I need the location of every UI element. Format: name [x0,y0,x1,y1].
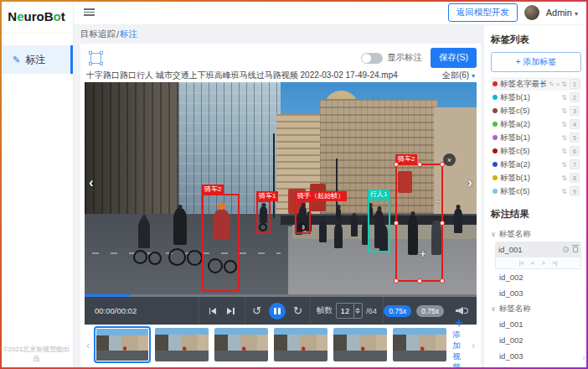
label-item[interactable]: 标签b(1) ⇅ 5 [491,131,581,144]
resize-handle[interactable] [394,221,399,226]
sort-icon[interactable]: ⇅ [561,94,567,101]
back-to-model-dev-button[interactable]: 返回模型开发 [448,3,518,22]
resize-handle[interactable] [417,162,422,167]
filmstrip-thumbnail[interactable] [274,328,328,361]
filter-dropdown[interactable]: 全部(6) ▾ [442,70,475,81]
filmstrip-thumbnail-selected[interactable] [95,328,149,361]
edit-icon[interactable]: ✎ [549,81,554,88]
label-list-title: 标签列表 [491,34,581,46]
time-display: 00:00/00:02 [85,297,199,325]
annotation-box[interactable]: 骑车2 [202,194,240,292]
app-window: NeuroBot ✎ 标注 ©2021北京矩视智能出品 返回模型开发 Admin… [0,0,588,369]
trash-icon[interactable] [573,247,578,252]
add-video-button[interactable]: + 添加视频 [452,326,465,363]
prev-video-arrow[interactable]: ‹ [89,176,94,190]
label-item[interactable]: 标签a(2) ⇅ 4 [491,117,581,131]
result-item[interactable]: id_002 [491,269,581,285]
sort-icon[interactable]: ⇅ [561,121,567,128]
label-item[interactable]: 标签名字最长数... ✎×⇅ 1 [491,77,581,91]
label-name: 标签b(1) [500,133,559,143]
frame-stepper[interactable] [353,304,362,318]
frame-number-input[interactable]: 12 [336,303,363,319]
show-annotations-toggle[interactable] [361,53,383,64]
logo-text: o [54,9,61,23]
result-item[interactable]: id_001 [491,316,581,332]
result-item[interactable]: id_002 [491,332,581,348]
step-down-icon[interactable] [355,311,360,316]
pause-button[interactable] [269,303,286,320]
result-item[interactable]: id_003 [491,285,581,301]
annotation-box[interactable]: 骑手（起始帧） [295,200,311,234]
pager-next[interactable]: > [542,259,545,267]
next-video-arrow[interactable]: › [467,176,472,190]
annotation-box-selected[interactable]: 骑车2 [395,164,443,282]
filmstrip-thumbnail[interactable] [393,328,446,361]
avatar[interactable] [524,5,539,20]
pager-last[interactable]: >| [552,259,557,267]
label-hotkey-badge: 6 [570,146,580,156]
user-menu[interactable]: Admin ▾ [546,8,578,18]
progress-bar[interactable] [85,294,477,297]
sort-icon[interactable]: ⇅ [561,134,567,142]
pager-first[interactable]: |< [519,259,524,267]
save-button[interactable]: 保存(S) [431,48,477,68]
result-item-selected[interactable]: id_001 [495,242,581,257]
label-name: 标签c(5) [500,106,559,117]
delete-icon[interactable]: × [556,81,560,88]
add-label-button[interactable]: + 添加标签 [491,52,581,72]
sidebar-item-annotate[interactable]: ✎ 标注 [0,45,73,74]
next-frame-button[interactable] [227,308,235,314]
panel-scroll-arrow[interactable]: › [582,352,585,362]
label-item[interactable]: 标签a(2) ⇅ 7 [491,158,581,171]
forward-10-icon[interactable]: ↻ [293,305,302,316]
result-item[interactable]: id_003 [491,348,581,364]
result-group-header[interactable]: ∨ 标签名称 [491,226,581,242]
speed-pill-inactive[interactable]: 0.75x [416,305,444,317]
delete-box-button[interactable]: × [443,153,456,166]
label-item[interactable]: 标签c(5) ⇅ 9 [491,184,581,198]
breadcrumb-parent[interactable]: 目标追踪 [80,29,116,40]
bounding-box-tool-icon[interactable] [90,53,101,64]
result-group-header[interactable]: ∨ 标签名称 [491,301,581,316]
sort-icon[interactable]: ⇅ [561,107,567,115]
resize-handle[interactable] [417,278,422,283]
sort-icon[interactable]: ⇅ [561,188,567,195]
resize-handle[interactable] [394,162,399,167]
pager-prev[interactable]: < [531,259,534,267]
video-canvas[interactable]: 骑车2 骑车1 骑手（起始帧） 行人1 [85,82,477,294]
volume-icon[interactable] [456,307,468,314]
label-item[interactable]: 标签c(5) ⇅ 6 [491,144,581,158]
rewind-10-icon[interactable]: ↺ [252,305,261,316]
step-up-icon[interactable] [355,305,360,310]
speed-pill-active[interactable]: 0.75x [384,305,411,317]
annotation-box[interactable]: 骑车1 [256,200,271,234]
prev-frame-button[interactable] [209,308,217,314]
resize-cursor: ↔ [434,195,443,205]
filmstrip-next-arrow[interactable]: › [472,339,475,351]
annotation-box-label: 骑手（起始帧） [295,191,347,201]
sort-icon[interactable]: ⇅ [561,148,567,155]
label-item[interactable]: 标签b(1) ⇅ 2 [491,91,581,104]
annotation-box[interactable]: 行人1 [368,199,390,252]
result-group-header-collapsed[interactable]: > 标签名称 [491,364,581,369]
collapse-menu-icon[interactable] [84,8,95,16]
result-item-label: id_001 [498,245,523,254]
sort-icon[interactable]: ⇅ [561,174,567,182]
label-color-dot [493,108,498,113]
label-item[interactable]: 标签b(1) ⇅ 8 [491,171,581,184]
filmstrip-thumbnail[interactable] [333,328,387,361]
visibility-icon[interactable] [563,247,569,252]
sort-icon[interactable]: ⇅ [561,161,567,169]
filmstrip-thumbnail[interactable] [214,328,268,361]
resize-handle[interactable] [440,221,445,226]
label-hotkey-badge: 7 [570,159,580,169]
resize-handle[interactable] [394,278,399,283]
resize-handle[interactable] [440,278,445,283]
progress-fill [85,294,130,297]
filmstrip-thumbnail[interactable] [155,328,209,361]
label-item[interactable]: 标签c(5) ⇅ 3 [491,104,581,117]
logo-text: e [17,9,23,23]
username: Admin [546,8,572,18]
sort-icon[interactable]: ⇅ [561,81,567,88]
filmstrip-prev-arrow[interactable]: ‹ [86,339,90,351]
